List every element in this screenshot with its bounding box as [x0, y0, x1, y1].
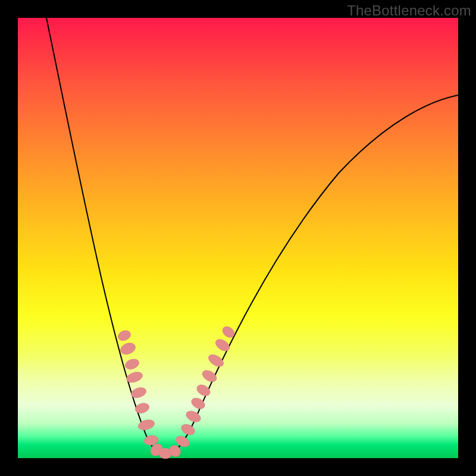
curve-marker — [180, 422, 197, 437]
chart-gradient-area — [18, 18, 458, 458]
curve-marker — [206, 352, 226, 369]
curve-marker — [119, 341, 137, 356]
curve-marker — [134, 402, 150, 415]
curve-marker — [117, 328, 132, 342]
bottleneck-curve-svg — [18, 18, 458, 458]
curve-marker — [124, 357, 140, 371]
bottleneck-curve — [46, 18, 458, 455]
watermark-text: TheBottleneck.com — [347, 2, 471, 19]
curve-marker — [195, 383, 212, 398]
curve-marker — [201, 368, 219, 384]
curve-marker — [220, 324, 236, 340]
curve-marker — [214, 337, 232, 353]
curve-markers-group — [117, 324, 237, 459]
